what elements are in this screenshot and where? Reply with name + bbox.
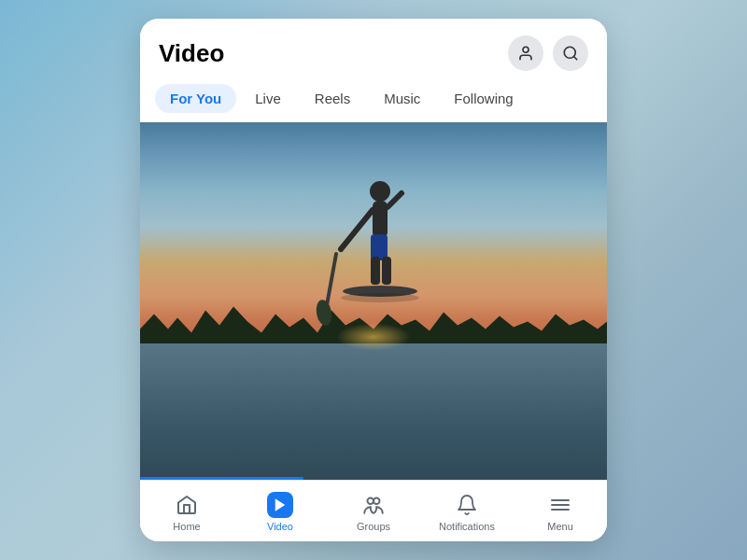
page-title: Video [159, 39, 224, 68]
svg-rect-9 [371, 234, 388, 260]
tab-reels[interactable]: Reels [300, 84, 365, 113]
paddleboarder [313, 175, 434, 365]
nav-home[interactable]: Home [140, 488, 233, 536]
home-icon [174, 492, 200, 518]
svg-point-15 [368, 497, 374, 504]
video-container[interactable] [140, 122, 607, 480]
nav-home-label: Home [173, 521, 200, 532]
nav-video[interactable]: Video [233, 488, 327, 536]
groups-icon [360, 492, 387, 518]
profile-button[interactable] [508, 35, 543, 71]
profile-icon [517, 45, 534, 62]
svg-point-0 [523, 47, 529, 52]
tab-music[interactable]: Music [369, 84, 435, 113]
nav-menu[interactable]: Menu [514, 488, 607, 536]
video-scene [140, 122, 607, 480]
nav-video-label: Video [267, 521, 293, 532]
svg-line-7 [327, 254, 336, 305]
svg-point-3 [370, 181, 390, 202]
header-icons [508, 35, 588, 71]
search-icon [562, 45, 579, 62]
nav-notifications[interactable]: Notifications [420, 488, 514, 536]
bottom-nav: Home Video Groups [140, 480, 607, 541]
nav-menu-label: Menu [547, 521, 573, 532]
nav-groups[interactable]: Groups [327, 488, 420, 536]
svg-rect-10 [371, 257, 380, 285]
svg-line-2 [573, 56, 576, 59]
svg-point-13 [341, 293, 419, 302]
tab-live[interactable]: Live [240, 84, 296, 113]
svg-point-8 [315, 299, 334, 327]
svg-point-16 [374, 497, 380, 504]
menu-icon [547, 492, 573, 518]
boarder-svg [313, 175, 434, 361]
svg-marker-14 [275, 498, 286, 511]
search-button[interactable] [553, 35, 588, 71]
phone-card: Video For You Live Reels Music Following [140, 19, 607, 541]
tab-following[interactable]: Following [439, 84, 528, 113]
video-icon [267, 492, 293, 518]
notifications-icon [454, 492, 480, 518]
video-progress-bar[interactable] [140, 477, 303, 480]
nav-notifications-label: Notifications [439, 521, 495, 532]
svg-line-6 [388, 193, 402, 207]
tab-for-you[interactable]: For You [155, 84, 236, 113]
nav-groups-label: Groups [357, 521, 390, 532]
tabs-bar: For You Live Reels Music Following [140, 78, 607, 122]
svg-rect-11 [382, 257, 391, 285]
svg-line-5 [341, 210, 373, 249]
header: Video [140, 19, 607, 78]
